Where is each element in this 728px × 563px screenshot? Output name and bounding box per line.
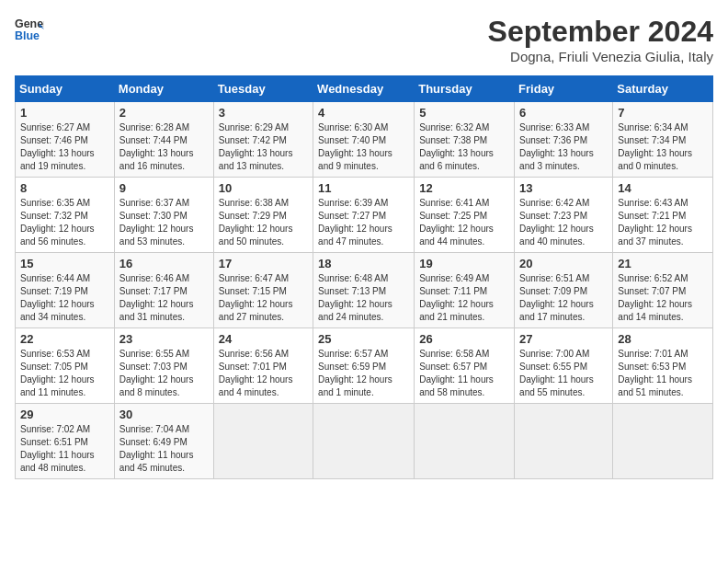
calendar-cell: 9Sunrise: 6:37 AMSunset: 7:30 PMDaylight… <box>114 178 213 253</box>
calendar-cell: 13Sunrise: 6:42 AMSunset: 7:23 PMDayligh… <box>515 178 613 253</box>
day-number: 14 <box>618 181 708 195</box>
calendar-cell: 10Sunrise: 6:38 AMSunset: 7:29 PMDayligh… <box>213 178 313 253</box>
day-info: Sunrise: 6:55 AMSunset: 7:03 PMDaylight:… <box>119 348 209 399</box>
day-number: 9 <box>119 181 209 195</box>
day-number: 1 <box>20 106 109 120</box>
day-number: 5 <box>419 106 509 120</box>
calendar-cell: 16Sunrise: 6:46 AMSunset: 7:17 PMDayligh… <box>114 253 213 328</box>
day-info: Sunrise: 6:41 AMSunset: 7:25 PMDaylight:… <box>419 197 509 248</box>
calendar-cell: 3Sunrise: 6:29 AMSunset: 7:42 PMDaylight… <box>213 102 313 178</box>
day-info: Sunrise: 6:37 AMSunset: 7:30 PMDaylight:… <box>119 197 209 248</box>
calendar-cell <box>613 404 713 479</box>
day-info: Sunrise: 6:43 AMSunset: 7:21 PMDaylight:… <box>618 197 708 248</box>
day-info: Sunrise: 6:47 AMSunset: 7:15 PMDaylight:… <box>219 272 308 324</box>
day-info: Sunrise: 6:58 AMSunset: 6:57 PMDaylight:… <box>419 348 509 399</box>
day-info: Sunrise: 6:44 AMSunset: 7:19 PMDaylight:… <box>20 272 109 324</box>
day-number: 2 <box>119 106 209 120</box>
calendar-cell: 1Sunrise: 6:27 AMSunset: 7:46 PMDaylight… <box>16 102 115 178</box>
calendar-week-2: 8Sunrise: 6:35 AMSunset: 7:32 PMDaylight… <box>16 178 713 253</box>
day-number: 27 <box>519 332 608 346</box>
calendar-cell: 4Sunrise: 6:30 AMSunset: 7:40 PMDaylight… <box>313 102 415 178</box>
day-info: Sunrise: 6:52 AMSunset: 7:07 PMDaylight:… <box>618 272 708 324</box>
day-number: 25 <box>318 332 409 346</box>
calendar-cell: 5Sunrise: 6:32 AMSunset: 7:38 PMDaylight… <box>415 102 515 178</box>
location-title: Dogna, Friuli Venezia Giulia, Italy <box>488 49 713 64</box>
calendar-cell: 8Sunrise: 6:35 AMSunset: 7:32 PMDaylight… <box>16 178 115 253</box>
day-info: Sunrise: 6:38 AMSunset: 7:29 PMDaylight:… <box>219 197 308 248</box>
day-info: Sunrise: 7:04 AMSunset: 6:49 PMDaylight:… <box>119 423 209 475</box>
day-info: Sunrise: 6:53 AMSunset: 7:05 PMDaylight:… <box>20 348 109 399</box>
day-info: Sunrise: 6:32 AMSunset: 7:38 PMDaylight:… <box>419 121 509 173</box>
page-header: General Blue September 2024 Dogna, Friul… <box>15 15 713 64</box>
svg-text:Blue: Blue <box>15 29 40 42</box>
logo-icon: General Blue <box>15 15 44 44</box>
day-info: Sunrise: 6:39 AMSunset: 7:27 PMDaylight:… <box>318 197 409 248</box>
day-number: 7 <box>618 106 708 120</box>
calendar-cell: 24Sunrise: 6:56 AMSunset: 7:01 PMDayligh… <box>213 328 313 404</box>
weekday-header-thursday: Thursday <box>415 76 515 102</box>
day-number: 17 <box>219 257 308 270</box>
day-number: 10 <box>219 181 308 195</box>
day-number: 4 <box>318 106 409 120</box>
day-info: Sunrise: 6:42 AMSunset: 7:23 PMDaylight:… <box>519 197 608 248</box>
day-info: Sunrise: 6:46 AMSunset: 7:17 PMDaylight:… <box>119 272 209 324</box>
day-number: 13 <box>519 181 608 195</box>
day-number: 6 <box>519 106 608 120</box>
day-info: Sunrise: 6:30 AMSunset: 7:40 PMDaylight:… <box>318 121 409 173</box>
day-number: 11 <box>318 181 409 195</box>
calendar-cell: 26Sunrise: 6:58 AMSunset: 6:57 PMDayligh… <box>415 328 515 404</box>
day-number: 8 <box>20 181 109 195</box>
day-number: 16 <box>119 257 209 270</box>
calendar-week-5: 29Sunrise: 7:02 AMSunset: 6:51 PMDayligh… <box>16 404 713 479</box>
calendar-cell: 17Sunrise: 6:47 AMSunset: 7:15 PMDayligh… <box>213 253 313 328</box>
day-info: Sunrise: 6:49 AMSunset: 7:11 PMDaylight:… <box>419 272 509 324</box>
day-info: Sunrise: 7:01 AMSunset: 6:53 PMDaylight:… <box>618 348 708 399</box>
weekday-header-wednesday: Wednesday <box>313 76 415 102</box>
calendar-cell <box>213 404 313 479</box>
day-number: 21 <box>618 257 708 270</box>
calendar-cell: 23Sunrise: 6:55 AMSunset: 7:03 PMDayligh… <box>114 328 213 404</box>
calendar-cell: 6Sunrise: 6:33 AMSunset: 7:36 PMDaylight… <box>515 102 613 178</box>
day-info: Sunrise: 6:34 AMSunset: 7:34 PMDaylight:… <box>618 121 708 173</box>
calendar-cell: 25Sunrise: 6:57 AMSunset: 6:59 PMDayligh… <box>313 328 415 404</box>
day-number: 19 <box>419 257 509 270</box>
day-number: 15 <box>20 257 109 270</box>
calendar-cell <box>415 404 515 479</box>
day-info: Sunrise: 6:48 AMSunset: 7:13 PMDaylight:… <box>318 272 409 324</box>
day-info: Sunrise: 6:35 AMSunset: 7:32 PMDaylight:… <box>20 197 109 248</box>
day-info: Sunrise: 7:00 AMSunset: 6:55 PMDaylight:… <box>519 348 608 399</box>
calendar-cell: 18Sunrise: 6:48 AMSunset: 7:13 PMDayligh… <box>313 253 415 328</box>
day-number: 20 <box>519 257 608 270</box>
calendar-cell: 11Sunrise: 6:39 AMSunset: 7:27 PMDayligh… <box>313 178 415 253</box>
calendar-table: SundayMondayTuesdayWednesdayThursdayFrid… <box>15 75 713 479</box>
day-number: 22 <box>20 332 109 346</box>
calendar-cell <box>313 404 415 479</box>
calendar-cell <box>515 404 613 479</box>
day-number: 23 <box>119 332 209 346</box>
calendar-cell: 15Sunrise: 6:44 AMSunset: 7:19 PMDayligh… <box>16 253 115 328</box>
day-info: Sunrise: 6:27 AMSunset: 7:46 PMDaylight:… <box>20 121 109 173</box>
day-number: 30 <box>119 408 209 421</box>
day-info: Sunrise: 6:56 AMSunset: 7:01 PMDaylight:… <box>219 348 308 399</box>
calendar-cell: 21Sunrise: 6:52 AMSunset: 7:07 PMDayligh… <box>613 253 713 328</box>
calendar-cell: 14Sunrise: 6:43 AMSunset: 7:21 PMDayligh… <box>613 178 713 253</box>
day-number: 18 <box>318 257 409 270</box>
day-info: Sunrise: 6:29 AMSunset: 7:42 PMDaylight:… <box>219 121 308 173</box>
calendar-cell: 27Sunrise: 7:00 AMSunset: 6:55 PMDayligh… <box>515 328 613 404</box>
calendar-cell: 20Sunrise: 6:51 AMSunset: 7:09 PMDayligh… <box>515 253 613 328</box>
day-number: 28 <box>618 332 708 346</box>
calendar-cell: 28Sunrise: 7:01 AMSunset: 6:53 PMDayligh… <box>613 328 713 404</box>
day-number: 12 <box>419 181 509 195</box>
day-number: 3 <box>219 106 308 120</box>
weekday-header-saturday: Saturday <box>613 76 713 102</box>
month-title: September 2024 <box>488 15 713 49</box>
calendar-cell: 22Sunrise: 6:53 AMSunset: 7:05 PMDayligh… <box>16 328 115 404</box>
calendar-cell: 12Sunrise: 6:41 AMSunset: 7:25 PMDayligh… <box>415 178 515 253</box>
calendar-cell: 2Sunrise: 6:28 AMSunset: 7:44 PMDaylight… <box>114 102 213 178</box>
calendar-cell: 29Sunrise: 7:02 AMSunset: 6:51 PMDayligh… <box>16 404 115 479</box>
day-info: Sunrise: 6:28 AMSunset: 7:44 PMDaylight:… <box>119 121 209 173</box>
day-number: 26 <box>419 332 509 346</box>
day-info: Sunrise: 6:33 AMSunset: 7:36 PMDaylight:… <box>519 121 608 173</box>
day-number: 29 <box>20 408 109 421</box>
logo: General Blue <box>15 15 44 44</box>
